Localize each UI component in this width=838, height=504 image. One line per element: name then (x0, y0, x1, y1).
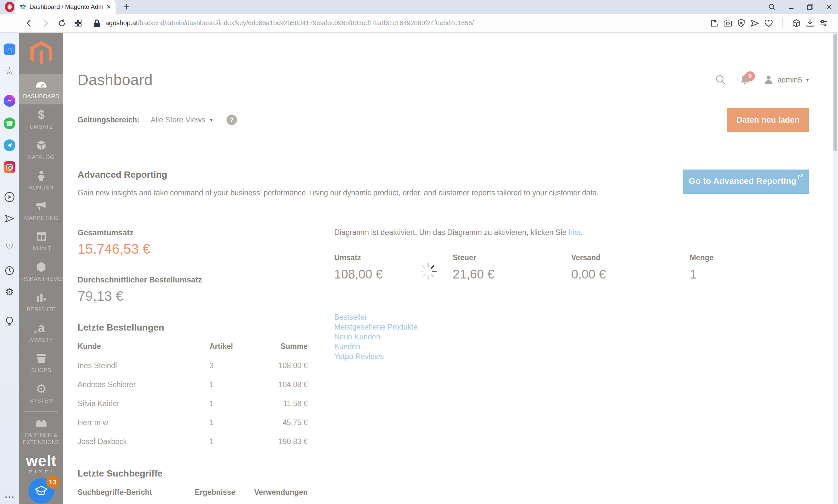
order-customer: Silvia Kaider (77, 394, 210, 413)
order-row[interactable]: Silvia Kaider 1 11,58 € (77, 394, 308, 413)
sidebar-item-label: UMSATZ (30, 123, 53, 130)
bookmark-heart-icon[interactable] (764, 19, 773, 28)
downloads-icon[interactable] (806, 19, 815, 28)
sidebar-item-shops[interactable]: SHOPS (19, 348, 63, 378)
address-field[interactable]: agoshop.at/backend/admin/dashboard/index… (94, 19, 710, 28)
average-order-label: Durchschnittlicher Bestellumsatz (77, 275, 308, 284)
reload-icon[interactable] (58, 19, 66, 28)
tune-sliders-icon[interactable] (819, 19, 828, 28)
sidebar-item-amasty[interactable]: a AMASTY (19, 318, 63, 348)
link-customers[interactable]: Kunden (334, 342, 809, 352)
column-header[interactable]: Suchbegriffe-Bericht (77, 484, 195, 502)
admin-search-icon[interactable] (715, 74, 726, 86)
link-bestseller[interactable]: Bestseller (334, 312, 809, 322)
sidebar-item-inhalt[interactable]: INHALT (19, 226, 63, 256)
instagram-icon[interactable] (4, 161, 15, 173)
sidebar-more-icon[interactable]: ⋯ (4, 491, 15, 502)
scrollbar-thumb[interactable] (834, 34, 837, 151)
sidebar-item-berichte[interactable]: BERICHTE (19, 287, 63, 318)
dashboard-page: Dashboard 9 admin (63, 33, 833, 504)
sidebar-item-dashboard[interactable]: DASHBOARD (19, 74, 63, 104)
sidebar-item-katalog[interactable]: KATALOG (19, 135, 63, 165)
extensions-cube-icon[interactable] (792, 19, 801, 28)
order-customer: Josef Daxböck (77, 432, 210, 451)
left-column: Gesamtumsatz 15.746,53 € Durchschnittlic… (77, 228, 308, 504)
link-yotpo-reviews[interactable]: Yotpo Reviews (334, 352, 809, 361)
link-most-viewed-products[interactable]: Meistgesehene Produkte (334, 322, 809, 332)
bookmarks-star-icon[interactable]: ☆ (5, 66, 14, 76)
sidebar-item-marketing[interactable]: MARKETING (19, 196, 63, 226)
search-results: 48 (195, 502, 247, 504)
column-header[interactable]: Summe (257, 338, 308, 356)
order-items: 1 (210, 432, 257, 451)
sidebar-item-system[interactable]: ⚙ SYSTEM (19, 378, 63, 409)
send-page-icon[interactable] (750, 19, 760, 28)
magento-logo-icon[interactable] (31, 33, 52, 74)
link-new-customers[interactable]: Neue Kunden (334, 332, 809, 342)
enable-chart-link[interactable]: hier (569, 228, 581, 237)
easy-setup-bulb-icon[interactable] (4, 316, 14, 327)
notice-text: Diagramm ist deaktiviert. Um das Diagram… (334, 228, 569, 237)
opera-logo-icon[interactable] (5, 2, 14, 12)
order-row[interactable]: Herr m w 1 45,75 € (77, 413, 308, 432)
settings-gear-icon[interactable]: ⚙ (5, 287, 14, 297)
external-link-icon (798, 174, 803, 180)
url-text: agoshop.at/backend/admin/dashboard/index… (105, 19, 474, 27)
reload-data-button[interactable]: Daten neu laden (727, 108, 809, 132)
order-row[interactable]: Josef Daxböck 1 190,83 € (77, 432, 308, 451)
education-badge: 13 (46, 475, 59, 489)
new-tab-button[interactable]: + (121, 1, 132, 13)
close-window-icon[interactable] (825, 3, 833, 11)
restore-icon[interactable] (806, 3, 814, 11)
chart-disabled-notice: Diagramm ist deaktiviert. Um das Diagram… (334, 228, 809, 237)
weltpixel-logo[interactable]: welt PIXEL (26, 453, 56, 474)
messenger-icon[interactable] (4, 95, 15, 107)
search-term-row[interactable]: Ago quart 48 22 (77, 502, 308, 504)
browser-tab[interactable]: Dashboard / Magento Adm × (15, 0, 115, 14)
sidebar-item-umsatz[interactable]: $ UMSATZ (19, 104, 63, 135)
back-icon[interactable] (25, 19, 33, 28)
tab-close-icon[interactable]: × (106, 3, 111, 11)
pin-panel-icon[interactable] (710, 19, 719, 28)
telegram-icon[interactable] (4, 140, 15, 151)
whatsapp-icon[interactable]: ☎ (4, 118, 15, 129)
weltpixel-logo-subtext: PIXEL (26, 469, 56, 474)
sales-dollar-icon: $ (38, 109, 44, 121)
stat-label: Steuer (453, 253, 571, 262)
adblock-shield-icon[interactable] (737, 19, 746, 28)
favorites-heart-icon[interactable]: ♡ (5, 243, 14, 252)
go-to-advanced-reporting-button[interactable]: Go to Advanced Reporting (683, 169, 809, 194)
sidebar-item-partner-extensions[interactable]: PARTNER & EXTENSIONS (19, 414, 63, 449)
sidebar-item-rokanthemes[interactable]: ROKANTHEMES (19, 256, 63, 287)
rokanthemes-hexagon-icon (37, 261, 46, 273)
page-scrollbar[interactable] (833, 33, 838, 504)
window-controls (768, 0, 833, 14)
last-orders-section: Letzte Bestellungen Kunde Artikel Summe (77, 322, 308, 451)
minimize-icon[interactable] (788, 3, 795, 11)
lock-icon[interactable] (94, 19, 100, 28)
admin-account-menu[interactable]: admin5 ▾ (764, 75, 809, 85)
house-glyph: ⌂ (7, 45, 12, 54)
chevron-down-icon[interactable]: ▾ (210, 116, 213, 123)
order-row[interactable]: Andreas Schierer 1 104,08 € (77, 375, 308, 394)
notifications-button[interactable]: 9 (739, 75, 751, 86)
snapshot-camera-icon[interactable] (724, 19, 732, 28)
player-icon[interactable] (4, 192, 15, 202)
sidebar-item-kunden[interactable]: KUNDEN (19, 165, 63, 196)
history-clock-icon[interactable] (4, 266, 14, 275)
column-header[interactable]: Ergebnisse (195, 484, 247, 502)
my-flow-icon[interactable] (4, 213, 15, 224)
column-header[interactable]: Kunde (77, 338, 210, 356)
window-search-icon[interactable] (768, 3, 776, 11)
page-header: Dashboard 9 admin (77, 71, 809, 89)
store-view-select[interactable]: Alle Store Views (150, 115, 205, 124)
forward-icon[interactable] (41, 19, 50, 28)
tab-tiles-icon[interactable] (74, 19, 82, 27)
column-header[interactable]: Verwendungen (247, 484, 308, 502)
order-row[interactable]: Ines Steindl 3 108,00 € (77, 356, 308, 375)
help-icon[interactable]: ? (227, 114, 237, 125)
stat-steuer: Steuer 21,60 € (453, 253, 571, 282)
education-button[interactable]: 13 (29, 478, 54, 504)
speed-dial-home-icon[interactable]: ⌂ (4, 43, 15, 55)
column-header[interactable]: Artikel (210, 338, 257, 356)
